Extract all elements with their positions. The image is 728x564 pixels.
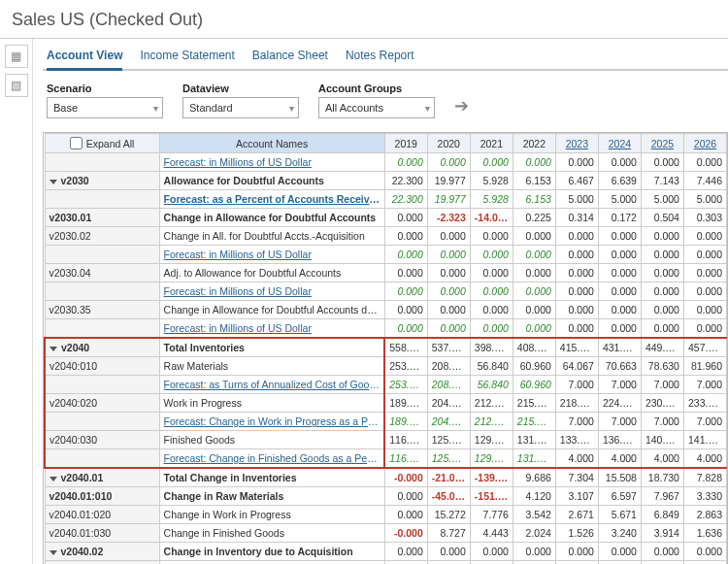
table-row: v2040.01:030Change in Finished Goods-0.0… — [45, 524, 727, 543]
dataview-select[interactable]: Standard — [182, 97, 299, 118]
cell: 15.272 — [427, 506, 470, 524]
cell: 7.000 — [641, 376, 683, 394]
year-header-2024[interactable]: 2024 — [598, 134, 641, 153]
account-name[interactable]: Forecast: Change in Work in Progress as … — [159, 413, 384, 431]
cell: 0.000 — [641, 227, 683, 246]
cell: 0.000 — [683, 301, 726, 319]
cell: 0.000 — [641, 319, 683, 339]
cell: 0.000 — [427, 301, 470, 319]
chart-view-icon[interactable]: ▧ — [5, 74, 28, 97]
cell: 7.000 — [598, 376, 641, 394]
grid-view-icon[interactable]: ▦ — [5, 45, 28, 68]
table-row: v2040:030Finished Goods116.400125.127129… — [45, 431, 727, 449]
account-code[interactable]: v2040.02 — [45, 543, 159, 561]
tab-income-statement[interactable]: Income Statement — [140, 49, 234, 69]
grid: Expand All Account Names 201920202021202… — [43, 132, 728, 564]
cell: 0.000 — [470, 264, 513, 282]
scenario-label: Scenario — [47, 83, 163, 94]
account-code[interactable]: v2040.01 — [45, 468, 159, 487]
table-row: Forecast: as a Percent of Accounts Recei… — [45, 190, 727, 209]
year-header-2023[interactable]: 2023 — [555, 134, 598, 153]
cell: 129.570 — [470, 431, 513, 449]
year-header-2026[interactable]: 2026 — [683, 134, 726, 153]
cell: 0.000 — [427, 543, 470, 561]
account-name[interactable]: Forecast: as a Percent of Accounts Recei… — [159, 190, 384, 209]
account-name[interactable]: Forecast: as Turns of Annualized Cost of… — [159, 376, 384, 394]
cell: 0.000 — [598, 227, 641, 246]
cell: 212.248 — [470, 394, 513, 413]
account-name[interactable]: Forecast: in Millions of US Dollar — [159, 153, 384, 172]
account-code[interactable]: v2040 — [45, 338, 159, 357]
cell: 5.000 — [641, 190, 683, 209]
cell: 457.713 — [683, 338, 726, 357]
cell: 0.000 — [513, 561, 555, 565]
cell: 0.000 — [598, 282, 641, 301]
cell: 56.840 — [470, 357, 513, 376]
account-code — [45, 449, 159, 469]
cell: 6.153 — [513, 172, 555, 190]
table-row: Forecast: in Millions of US Dollar0.0000… — [45, 282, 727, 301]
cell: 0.000 — [683, 543, 726, 561]
cell: 125.127 — [427, 431, 470, 449]
account-name[interactable]: Forecast: in Millions of US Dollar — [159, 282, 384, 301]
table-row: Forecast: as Turns of Annualized Cost of… — [45, 376, 727, 394]
cell: 116.400 — [384, 431, 427, 449]
cell: 0.000 — [384, 506, 427, 524]
cell: 2.863 — [683, 506, 726, 524]
cell: 0.000 — [641, 561, 683, 565]
cell: 22.300 — [384, 172, 427, 190]
cell: 0.000 — [555, 319, 598, 339]
cell: 1.526 — [555, 524, 598, 543]
account-name[interactable]: Forecast: in Millions of US Dollar — [159, 319, 384, 339]
apply-arrow-icon[interactable]: ➔ — [454, 95, 469, 118]
tab-notes-report[interactable]: Notes Report — [346, 49, 414, 69]
account-name: Change in Inventory due to Acquisition — [159, 561, 384, 565]
cell: 4.000 — [598, 449, 641, 469]
cell: 0.000 — [427, 264, 470, 282]
cell: 0.000 — [470, 561, 513, 565]
cell: 129.570 — [470, 449, 513, 469]
cell: 0.000 — [384, 209, 427, 227]
cell: 0.000 — [384, 301, 427, 319]
cell: 78.630 — [641, 357, 683, 376]
account-code[interactable]: v2030 — [45, 172, 159, 190]
cell: 0.000 — [555, 153, 598, 172]
cell: 3.240 — [598, 524, 641, 543]
cell: 0.000 — [641, 543, 683, 561]
cell: 116.400 — [384, 449, 427, 469]
account-code: v2040:010 — [45, 357, 159, 376]
cell: 6.467 — [555, 172, 598, 190]
cell: 19.977 — [427, 190, 470, 209]
year-header-2021: 2021 — [470, 134, 513, 153]
cell: 0.000 — [427, 561, 470, 565]
expand-all-checkbox[interactable] — [70, 137, 83, 149]
cell: 0.000 — [470, 543, 513, 561]
cell: -45.096 — [427, 487, 470, 506]
year-header-2022: 2022 — [513, 134, 555, 153]
cell: 22.300 — [384, 190, 427, 209]
scenario-select[interactable]: Base — [47, 97, 163, 118]
cell: 7.304 — [555, 468, 598, 487]
tab-account-view[interactable]: Account View — [47, 49, 122, 71]
cell: 189.200 — [384, 413, 427, 431]
cell: 0.000 — [598, 153, 641, 172]
cell: 0.000 — [384, 264, 427, 282]
account-name[interactable]: Forecast: Change in Finished Goods as a … — [159, 449, 384, 469]
table-row: v2040.01Total Change in Inventories-0.00… — [45, 468, 727, 487]
cell: 0.000 — [384, 153, 427, 172]
account-code: v2040:020 — [45, 394, 159, 413]
year-header-2025[interactable]: 2025 — [641, 134, 683, 153]
tab-balance-sheet[interactable]: Balance Sheet — [252, 49, 328, 69]
cell: 7.776 — [470, 506, 513, 524]
cell: 8.727 — [427, 524, 470, 543]
expand-all-header[interactable]: Expand All — [45, 134, 159, 153]
account-name[interactable]: Forecast: in Millions of US Dollar — [159, 246, 384, 264]
cell: 7.828 — [683, 468, 726, 487]
groups-select[interactable]: All Accounts — [318, 97, 435, 118]
cell: 5.000 — [683, 190, 726, 209]
account-name: Change in Finished Goods — [159, 524, 384, 543]
cell: 19.977 — [427, 172, 470, 190]
cell: 3.542 — [513, 506, 555, 524]
cell: 0.000 — [641, 264, 683, 282]
cell: -21.097 — [427, 468, 470, 487]
